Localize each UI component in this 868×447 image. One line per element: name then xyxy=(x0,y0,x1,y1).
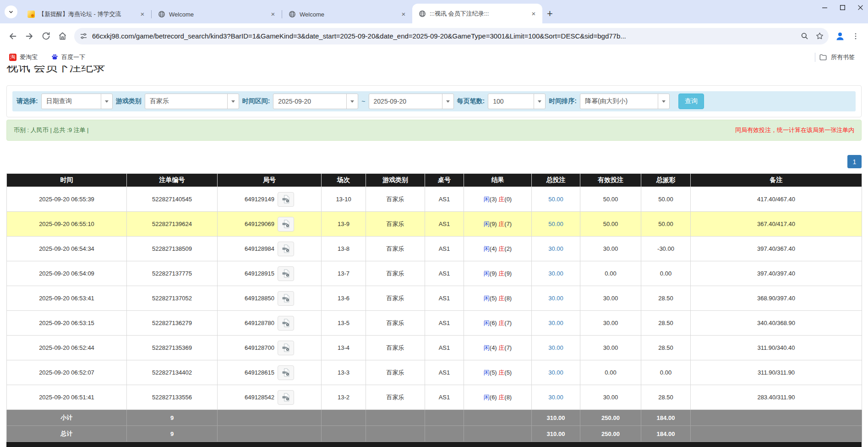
back-button[interactable] xyxy=(5,28,21,44)
search-button[interactable]: 查询 xyxy=(678,94,704,109)
time-cell: 2025-09-20 06:54:34 xyxy=(7,237,127,261)
total-bet-cell[interactable]: 50.00 xyxy=(532,187,580,212)
video-replay-button[interactable] xyxy=(278,316,294,331)
table-row: 2025-09-20 06:54:09522827137775649128915… xyxy=(7,261,862,286)
query-mode-value: 日期查询 xyxy=(42,97,101,105)
table-row: 2025-09-20 06:52:44522827135369649128700… xyxy=(7,336,862,360)
round-no-cell: 649128780 xyxy=(218,311,322,336)
total-bet-cell[interactable]: 30.00 xyxy=(532,237,580,261)
note-cell: 283.40/311.90 xyxy=(691,385,862,410)
all-bookmarks[interactable]: 所有书签 xyxy=(815,53,863,62)
result-cell: 闲(9) 庄(9) xyxy=(464,261,532,286)
game-type-cell: 百家乐 xyxy=(366,360,425,385)
total-bet-cell[interactable]: 30.00 xyxy=(532,336,580,360)
round-no-cell: 649129149 xyxy=(218,187,322,212)
date-end-select[interactable]: 2025-09-20 xyxy=(369,94,454,109)
game-type-select[interactable]: 百家乐 xyxy=(145,94,239,109)
video-replay-icon xyxy=(281,194,291,204)
bookmark-baidu[interactable]: 百度一下 xyxy=(48,51,89,63)
tab-search-button[interactable] xyxy=(5,6,17,18)
session-cell: 13-7 xyxy=(322,261,366,286)
browser-menu-button[interactable] xyxy=(848,28,863,44)
game-type-label: 游戏类别 xyxy=(116,97,142,105)
tab-bet-records-active[interactable]: :::视讯 会员下注纪录::: × xyxy=(412,4,542,23)
tab-forum[interactable]: 【新提醒】海燕论坛 - 博学交流 × xyxy=(21,5,151,23)
url-text[interactable]: 66cxkj98.com/game/betrecord_search/kind3… xyxy=(92,32,796,40)
query-mode-select[interactable]: 日期查询 xyxy=(41,94,113,109)
page-1-button[interactable]: 1 xyxy=(847,155,862,168)
player-result: 闲 xyxy=(484,221,490,227)
total-bet-cell[interactable]: 30.00 xyxy=(532,311,580,336)
col-result: 结果 xyxy=(464,174,532,187)
bet-no-cell: 522827140545 xyxy=(127,187,218,212)
date-start-select[interactable]: 2025-09-20 xyxy=(273,94,358,109)
page-content: 视讯 会员下注纪录 请选择: 日期查询 游戏类别 百家乐 时间区间: 2025-… xyxy=(0,66,868,447)
tab-welcome-2[interactable]: Welcome × xyxy=(282,5,412,23)
url-bar[interactable]: 66cxkj98.com/game/betrecord_search/kind3… xyxy=(74,28,829,44)
total-bet-cell[interactable]: 30.00 xyxy=(532,261,580,286)
round-no-text: 649128850 xyxy=(245,295,274,302)
video-replay-button[interactable] xyxy=(278,242,294,256)
reload-button[interactable] xyxy=(38,28,54,44)
video-replay-button[interactable] xyxy=(278,390,294,405)
profile-avatar[interactable] xyxy=(832,28,848,44)
total-bet-cell[interactable]: 50.00 xyxy=(532,212,580,237)
close-window-button[interactable] xyxy=(856,3,865,14)
tab-close-icon[interactable]: × xyxy=(399,10,408,18)
video-replay-button[interactable] xyxy=(278,291,294,306)
bet-table-footer: 小计9310.00250.00184.00总计9310.00250.00184.… xyxy=(7,410,862,442)
sort-select[interactable]: 降幂(由大到小) xyxy=(580,94,670,109)
video-replay-icon xyxy=(281,269,291,278)
round-no-text: 649128700 xyxy=(245,344,274,351)
tab-close-icon[interactable]: × xyxy=(530,10,538,18)
per-page-select[interactable]: 100 xyxy=(488,94,546,109)
video-replay-button[interactable] xyxy=(278,192,294,207)
video-replay-button[interactable] xyxy=(278,217,294,232)
tab-close-icon[interactable]: × xyxy=(138,10,147,18)
globe-icon xyxy=(289,11,296,18)
bookmark-label: 爱淘宝 xyxy=(20,53,38,61)
total-count-cell: 9 xyxy=(127,410,218,426)
per-page-label: 每页笔数: xyxy=(457,97,485,105)
filter-panel: 请选择: 日期查询 游戏类别 百家乐 时间区间: 2025-09-20 ~ 20… xyxy=(6,85,862,117)
home-button[interactable] xyxy=(54,28,71,44)
forward-button[interactable] xyxy=(21,28,38,44)
person-icon xyxy=(835,31,846,42)
col-session: 场次 xyxy=(322,174,366,187)
video-replay-button[interactable] xyxy=(278,266,294,281)
table-no-cell: AS1 xyxy=(425,187,464,212)
total-bet-cell[interactable]: 30.00 xyxy=(532,360,580,385)
valid-bet-cell: 30.00 xyxy=(580,286,641,311)
total-bet-sum-cell: 310.00 xyxy=(532,410,580,426)
result-cell: 闲(4) 庄(2) xyxy=(464,237,532,261)
chevron-down-icon xyxy=(8,9,14,15)
round-no-cell: 649128542 xyxy=(218,385,322,410)
time-range-label: 时间区间: xyxy=(242,97,270,105)
session-cell: 13-6 xyxy=(322,286,366,311)
video-replay-button[interactable] xyxy=(278,341,294,355)
tab-close-icon[interactable]: × xyxy=(269,10,277,18)
tab-welcome-1[interactable]: Welcome × xyxy=(152,5,282,23)
table-total-row: 小计9310.00250.00184.00 xyxy=(7,410,862,426)
new-tab-button[interactable]: + xyxy=(547,11,553,17)
total-bet-cell[interactable]: 30.00 xyxy=(532,286,580,311)
player-result: 闲 xyxy=(484,320,490,326)
table-no-cell: AS1 xyxy=(425,360,464,385)
session-cell: 13-3 xyxy=(322,360,366,385)
zoom-icon[interactable] xyxy=(800,32,809,40)
bookmark-star-icon[interactable] xyxy=(815,32,824,40)
minimize-button[interactable] xyxy=(820,3,830,14)
site-settings-icon[interactable] xyxy=(80,32,87,40)
maximize-button[interactable] xyxy=(838,3,847,14)
table-bottom-bar xyxy=(6,442,862,447)
time-cell: 2025-09-20 06:53:15 xyxy=(7,311,127,336)
time-cell: 2025-09-20 06:54:09 xyxy=(7,261,127,286)
baidu-paw-icon xyxy=(51,54,58,61)
player-result: 闲 xyxy=(484,295,490,302)
video-replay-button[interactable] xyxy=(278,365,294,380)
dropdown-arrow-icon xyxy=(227,94,239,109)
total-bet-cell[interactable]: 30.00 xyxy=(532,385,580,410)
session-cell: 13-10 xyxy=(322,187,366,212)
bet-table-body: 2025-09-20 06:55:39522827140545649129149… xyxy=(7,187,862,410)
bookmark-taobao[interactable]: 淘 爱淘宝 xyxy=(5,51,41,63)
